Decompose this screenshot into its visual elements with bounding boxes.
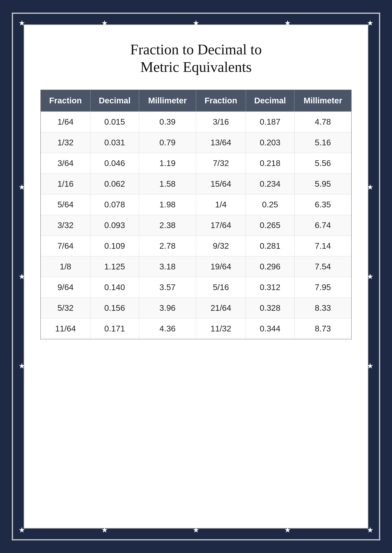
table-cell: 1/8 [41, 256, 91, 277]
table-cell: 0.79 [139, 132, 196, 153]
equivalents-table: Fraction Decimal Millimeter Fraction Dec… [40, 90, 352, 339]
table-cell: 3.18 [139, 256, 196, 277]
table-cell: 19/64 [196, 256, 246, 277]
table-cell: 6.74 [294, 215, 351, 235]
table-cell: 1/64 [41, 111, 91, 132]
table-cell: 5.56 [294, 153, 351, 173]
table-cell: 0.109 [91, 235, 139, 256]
table-cell: 5.16 [294, 132, 351, 153]
star-top-2: ★ [101, 19, 108, 27]
table-cell: 3/64 [41, 153, 91, 173]
table-cell: 0.39 [139, 111, 196, 132]
table-cell: 0.312 [246, 277, 294, 297]
table-cell: 0.25 [246, 194, 294, 215]
star-mid-right-2: ★ [367, 183, 373, 191]
table-cell: 0.281 [246, 235, 294, 256]
star-mid-left-2: ★ [19, 183, 25, 191]
table-cell: 0.203 [246, 132, 294, 153]
table-cell: 4.78 [294, 111, 351, 132]
table-cell: 6.35 [294, 194, 351, 215]
table-row: 1/160.0621.5815/640.2345.95 [41, 173, 351, 194]
table-row: 1/320.0310.7913/640.2035.16 [41, 132, 351, 153]
table-cell: 9/64 [41, 277, 91, 297]
star-top-right: ★ [367, 19, 373, 27]
table-row: 1/640.0150.393/160.1874.78 [41, 111, 351, 132]
table-cell: 11/32 [196, 318, 246, 339]
table-cell: 8.33 [294, 297, 351, 318]
table-cell: 1.19 [139, 153, 196, 173]
table-cell: 0.093 [91, 215, 139, 235]
table-cell: 3.96 [139, 297, 196, 318]
table-cell: 0.046 [91, 153, 139, 173]
table-cell: 5.95 [294, 173, 351, 194]
table-row: 11/640.1714.3611/320.3448.73 [41, 318, 351, 339]
star-mid-left: ★ [19, 273, 25, 280]
star-bot-3: ★ [284, 526, 291, 534]
table-row: 5/320.1563.9621/640.3288.33 [41, 297, 351, 318]
table-cell: 1.125 [91, 256, 139, 277]
table-cell: 5/32 [41, 297, 91, 318]
star-top-3: ★ [284, 19, 291, 27]
table-cell: 0.171 [91, 318, 139, 339]
star-bot-center: ★ [193, 526, 199, 534]
col-header-mm-2: Millimeter [294, 90, 351, 111]
col-header-fraction-1: Fraction [41, 90, 91, 111]
table-container: Fraction Decimal Millimeter Fraction Dec… [40, 90, 352, 339]
table-row: 7/640.1092.789/320.2817.14 [41, 235, 351, 256]
star-mid-right: ★ [367, 273, 373, 280]
table-cell: 13/64 [196, 132, 246, 153]
outer-border: ★ ★ ★ ★ ★ ★ ★ ★ ★ ★ ★ ★ ★ ★ ★ ★ Fraction… [12, 13, 380, 540]
table-cell: 0.140 [91, 277, 139, 297]
page-title: Fraction to Decimal to Metric Equivalent… [130, 41, 262, 76]
table-cell: 2.38 [139, 215, 196, 235]
table-cell: 0.328 [246, 297, 294, 318]
inner-card: Fraction to Decimal to Metric Equivalent… [24, 24, 368, 529]
table-header-row: Fraction Decimal Millimeter Fraction Dec… [41, 90, 351, 111]
table-cell: 5/16 [196, 277, 246, 297]
star-mid-left-3: ★ [19, 362, 25, 370]
table-cell: 1/4 [196, 194, 246, 215]
table-cell: 2.78 [139, 235, 196, 256]
table-row: 1/81.1253.1819/640.2967.54 [41, 256, 351, 277]
table-row: 5/640.0781.981/40.256.35 [41, 194, 351, 215]
table-cell: 3/32 [41, 215, 91, 235]
table-cell: 0.062 [91, 173, 139, 194]
table-cell: 0.078 [91, 194, 139, 215]
col-header-decimal-1: Decimal [91, 90, 139, 111]
table-cell: 21/64 [196, 297, 246, 318]
star-mid-right-3: ★ [367, 362, 373, 370]
table-cell: 5/64 [41, 194, 91, 215]
col-header-mm-1: Millimeter [139, 90, 196, 111]
table-row: 9/640.1403.575/160.3127.95 [41, 277, 351, 297]
col-header-decimal-2: Decimal [246, 90, 294, 111]
table-cell: 0.031 [91, 132, 139, 153]
star-bot-2: ★ [101, 526, 108, 534]
table-cell: 7/32 [196, 153, 246, 173]
table-cell: 0.156 [91, 297, 139, 318]
table-cell: 3/16 [196, 111, 246, 132]
table-row: 3/320.0932.3817/640.2656.74 [41, 215, 351, 235]
star-top-center: ★ [193, 19, 199, 27]
table-cell: 1.58 [139, 173, 196, 194]
table-cell: 7.14 [294, 235, 351, 256]
table-cell: 0.218 [246, 153, 294, 173]
table-cell: 3.57 [139, 277, 196, 297]
table-cell: 0.187 [246, 111, 294, 132]
star-top-left: ★ [19, 19, 25, 27]
table-cell: 7/64 [41, 235, 91, 256]
table-cell: 0.296 [246, 256, 294, 277]
star-bot-right: ★ [367, 526, 373, 534]
table-cell: 1/32 [41, 132, 91, 153]
star-bot-left: ★ [19, 526, 25, 534]
table-cell: 0.265 [246, 215, 294, 235]
table-cell: 7.54 [294, 256, 351, 277]
table-cell: 0.344 [246, 318, 294, 339]
table-cell: 15/64 [196, 173, 246, 194]
table-cell: 0.015 [91, 111, 139, 132]
table-cell: 4.36 [139, 318, 196, 339]
table-cell: 1.98 [139, 194, 196, 215]
table-cell: 11/64 [41, 318, 91, 339]
table-cell: 7.95 [294, 277, 351, 297]
col-header-fraction-2: Fraction [196, 90, 246, 111]
table-cell: 9/32 [196, 235, 246, 256]
